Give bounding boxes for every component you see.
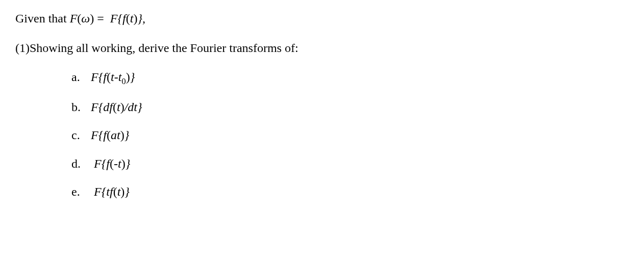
c-f: f <box>103 128 107 142</box>
c-scriptF: F <box>91 128 98 142</box>
b-scriptF: F <box>91 100 98 114</box>
items-list: a. F{f(t-t0)} b. F{df(t)/dt} c. F{f(at)}… <box>15 69 629 201</box>
marker-e: e. <box>71 183 88 201</box>
a-minus: - <box>114 70 118 84</box>
marker-b: b. <box>71 99 88 116</box>
b-t: t <box>117 100 120 114</box>
b-lparen: ( <box>113 100 117 114</box>
item-e: e. F{tf(t)} <box>71 183 629 201</box>
d-neg: - <box>114 157 118 170</box>
b-f: f <box>109 100 113 114</box>
c-t: t <box>117 128 120 142</box>
b-rparen: ) <box>120 100 125 114</box>
e-t1: t <box>106 185 110 198</box>
e-lparen: ( <box>113 185 117 198</box>
a-lparen: ( <box>107 70 111 84</box>
b-d1: d <box>103 100 109 114</box>
given-f: f <box>122 12 126 25</box>
given-lbrace: { <box>117 12 122 25</box>
prompt-num: (1) <box>15 41 30 55</box>
given-line: Given that F(ω) = F{f(t)}, <box>15 10 629 28</box>
given-scriptF: F <box>110 12 118 25</box>
given-rbrace: }, <box>137 12 145 25</box>
a-lbrace: { <box>98 70 104 84</box>
a-t: t <box>111 70 114 84</box>
d-t: t <box>118 157 121 170</box>
e-lbrace: { <box>102 185 107 198</box>
given-F: F <box>70 12 78 25</box>
b-rbrace: } <box>137 100 142 114</box>
a-f: f <box>103 70 107 84</box>
c-lbrace: { <box>98 128 104 142</box>
b-lbrace: { <box>98 100 104 114</box>
e-rbrace: } <box>125 185 130 198</box>
item-d: d. F{f(-t)} <box>71 155 629 173</box>
marker-a: a. <box>71 69 88 86</box>
item-b: b. F{df(t)/dt} <box>71 99 629 116</box>
d-scriptF: F <box>94 157 102 170</box>
prompt-line: (1)Showing all working, derive the Fouri… <box>15 40 629 57</box>
c-lparen: ( <box>107 128 111 142</box>
marker-d: d. <box>71 155 88 173</box>
c-rparen: ) <box>120 128 125 142</box>
a-scriptF: F <box>91 70 98 84</box>
d-f: f <box>106 157 110 170</box>
c-a: a <box>111 128 117 142</box>
given-prefix: Given that <box>15 12 70 25</box>
a-sub0: 0 <box>121 76 126 86</box>
d-rparen: ) <box>121 157 126 170</box>
given-eq: ) = <box>90 12 107 25</box>
d-lbrace: { <box>102 157 107 170</box>
given-lparen2: ( <box>126 12 130 25</box>
a-rbrace: } <box>130 70 135 84</box>
item-c: c. F{f(at)} <box>71 127 629 144</box>
given-omega: ω <box>81 12 90 25</box>
b-t2: t <box>134 100 137 114</box>
marker-c: c. <box>71 127 88 144</box>
a-rparen: ) <box>126 70 130 84</box>
e-f: f <box>110 185 113 198</box>
item-a: a. F{f(t-t0)} <box>71 69 629 87</box>
d-lparen: ( <box>110 157 114 170</box>
e-scriptF: F <box>94 185 102 198</box>
c-rbrace: } <box>125 128 130 142</box>
prompt-text: Showing all working, derive the Fourier … <box>30 41 299 55</box>
b-d2: d <box>128 100 134 114</box>
d-rbrace: } <box>126 157 131 170</box>
